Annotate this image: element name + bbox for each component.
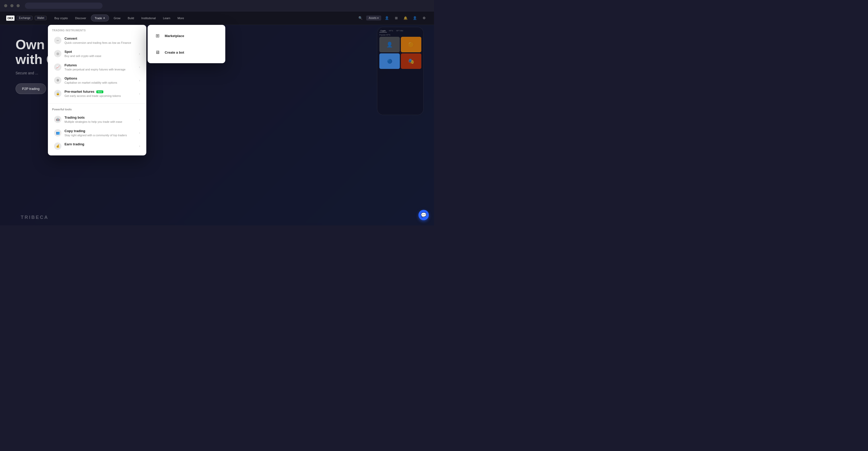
logo-text: OKX (7, 17, 13, 20)
chat-bubble-button[interactable]: 💬 (418, 210, 429, 220)
panel-item-marketplace[interactable]: ⊞ Marketplace (151, 28, 222, 43)
futures-icon: 📈 (54, 63, 61, 71)
nft-card-3: 🔵 (379, 53, 400, 69)
trading-bots-icon: 🤖 (54, 116, 61, 123)
logo-area: OKX Exchange Wallet (6, 16, 46, 21)
futures-desc: Trade perpetual and expiry futures with … (64, 68, 136, 71)
trading-bots-desc: Multiple strategies to help you trade wi… (64, 120, 136, 124)
browser-chrome (0, 0, 434, 11)
spot-title: Spot (64, 50, 136, 54)
trading-bots-content: Trading bots Multiple strategies to help… (64, 116, 136, 124)
create-bot-icon: 🖥 (153, 48, 162, 57)
earn-trading-arrow-icon: › (139, 144, 140, 148)
assets-button[interactable]: Assets ▾ (366, 16, 381, 21)
nft-card-1: 👤 (379, 37, 400, 52)
copy-trading-arrow-icon: › (139, 131, 140, 135)
options-desc: Capitalise on market volatility with opt… (64, 81, 136, 85)
convert-content: Convert Quick conversion and trading fee… (64, 36, 140, 44)
marketplace-label: Marketplace (165, 34, 184, 38)
p2p-trading-button[interactable]: P2P trading (16, 83, 46, 94)
powerful-tools-label: Powerful tools (52, 108, 142, 111)
options-content: Options Capitalise on market volatility … (64, 77, 136, 85)
futures-arrow-icon: › (139, 65, 140, 69)
trade-chevron-icon: ∧ (103, 16, 105, 20)
menu-item-convert[interactable]: ↔ Convert Quick conversion and trading f… (52, 34, 142, 47)
nav-buy-crypto[interactable]: Buy crypto (52, 15, 70, 21)
tribeca-text: TRIBECA (21, 215, 49, 220)
pre-market-icon: 🔒 (54, 90, 61, 97)
phone-tab-nfts: NFTs (388, 29, 394, 32)
nft-card-4: 🎭 (401, 53, 421, 69)
trading-instruments-section: Trading instruments ↔ Convert Quick conv… (48, 25, 146, 102)
menu-item-copy-trading[interactable]: 👥 Copy trading Stay right aligned with a… (52, 126, 142, 140)
phone-tabs: Crypto NFTs NFT Mkt (379, 29, 421, 32)
panel-item-create-bot[interactable]: 🖥 Create a bot (151, 44, 222, 60)
wallet-badge[interactable]: Wallet (35, 16, 46, 20)
nft-grid: 👤 🟠 🔵 🎭 (379, 37, 421, 69)
popular-nfts-label: Popular NFTs (379, 34, 421, 36)
navbar: OKX Exchange Wallet Buy crypto Discover … (0, 11, 434, 25)
bell-icon[interactable]: 🔔 (402, 14, 409, 22)
trading-bots-arrow-icon: › (139, 118, 140, 121)
earn-trading-content: Earn trading (64, 142, 136, 146)
copy-trading-title: Copy trading (64, 129, 136, 133)
convert-desc: Quick conversion and trading fees as low… (64, 41, 140, 44)
menu-item-spot[interactable]: ◎ Spot Buy and sell crypto with ease › (52, 47, 142, 60)
settings-icon[interactable]: ⚙ (421, 14, 428, 22)
nav-more[interactable]: More (175, 15, 187, 21)
new-badge: New (96, 90, 103, 93)
pre-market-content: Pre-market futures New Get early access … (64, 90, 136, 98)
right-panel: ⊞ Marketplace 🖥 Create a bot (148, 25, 225, 63)
user-icon[interactable]: 👤 (383, 14, 391, 22)
powerful-tools-section: Powerful tools 🤖 Trading bots Multiple s… (48, 104, 146, 155)
menu-item-options[interactable]: ⚙ Options Capitalise on market volatilit… (52, 74, 142, 87)
phone-tab-nft-market: NFT Mkt (395, 29, 404, 32)
spot-content: Spot Buy and sell crypto with ease (64, 50, 136, 58)
menu-item-futures[interactable]: 📈 Futures Trade perpetual and expiry fut… (52, 61, 142, 74)
nav-grow[interactable]: Grow (111, 15, 123, 21)
earn-trading-title: Earn trading (64, 142, 136, 146)
phone-tab-crypto: Crypto (379, 29, 387, 32)
create-bot-label: Create a bot (165, 51, 184, 54)
options-title: Options (64, 77, 136, 80)
pre-market-title: Pre-market futures New (64, 90, 136, 93)
chat-icon: 💬 (421, 212, 427, 218)
phone-inner: Crypto NFTs NFT Mkt Popular NFTs 👤 🟠 🔵 🎭 (377, 27, 423, 115)
nav-institutional[interactable]: Institutional (139, 15, 158, 21)
menu-item-earn-trading[interactable]: 💰 Earn trading › (52, 140, 142, 152)
okx-logo[interactable]: OKX (6, 16, 14, 21)
nav-trade-active[interactable]: Trade ∧ (91, 14, 109, 22)
futures-title: Futures (64, 63, 136, 67)
menu-item-pre-market[interactable]: 🔒 Pre-market futures New Get early acces… (52, 87, 142, 100)
traffic-light-red[interactable] (4, 4, 7, 7)
trading-bots-title: Trading bots (64, 116, 136, 119)
page-background: OKX Exchange Wallet Buy crypto Discover … (0, 11, 434, 226)
copy-trading-desc: Stay right aligned with a community of t… (64, 133, 136, 137)
pre-market-arrow-icon: › (139, 92, 140, 96)
traffic-light-yellow[interactable] (10, 4, 13, 7)
marketplace-icon: ⊞ (153, 32, 162, 40)
nav-build[interactable]: Build (125, 15, 136, 21)
traffic-light-green[interactable] (17, 4, 20, 7)
grid-icon[interactable]: ⊞ (393, 14, 400, 22)
menu-item-trading-bots[interactable]: 🤖 Trading bots Multiple strategies to he… (52, 113, 142, 126)
url-bar[interactable] (25, 3, 102, 9)
trade-dropdown: Trading instruments ↔ Convert Quick conv… (48, 25, 146, 155)
exchange-badge[interactable]: Exchange (17, 16, 33, 20)
nft-card-2: 🟠 (401, 37, 421, 52)
copy-trading-content: Copy trading Stay right aligned with a c… (64, 129, 136, 137)
options-icon: ⚙ (54, 77, 61, 84)
nav-learn[interactable]: Learn (160, 15, 173, 21)
spot-desc: Buy and sell crypto with ease (64, 54, 136, 58)
spot-arrow-icon: › (139, 52, 140, 56)
avatar-icon[interactable]: 👤 (411, 14, 418, 22)
convert-icon: ↔ (54, 37, 61, 44)
nav-discover[interactable]: Discover (72, 15, 89, 21)
earn-trading-icon: 💰 (54, 143, 61, 150)
phone-mockup: Crypto NFTs NFT Mkt Popular NFTs 👤 🟠 🔵 🎭 (377, 27, 424, 115)
search-icon[interactable]: 🔍 (357, 14, 364, 22)
copy-trading-icon: 👥 (54, 129, 61, 137)
options-arrow-icon: › (139, 79, 140, 82)
convert-title: Convert (64, 36, 140, 40)
trading-instruments-label: Trading instruments (52, 29, 142, 32)
